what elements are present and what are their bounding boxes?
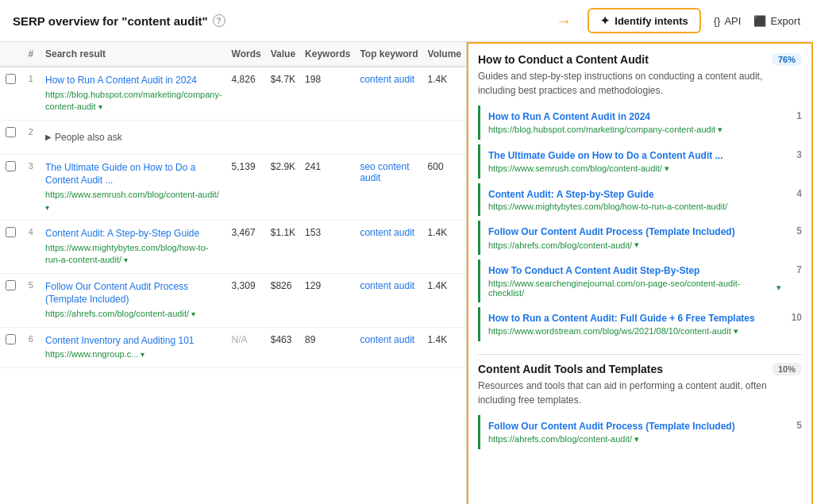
col-volume: Volume xyxy=(423,42,466,67)
col-num: # xyxy=(21,42,40,67)
dropdown-icon[interactable]: ▾ xyxy=(634,240,639,250)
api-btn-label: API xyxy=(724,15,741,27)
expand-arrow[interactable]: ▶ xyxy=(45,133,52,141)
result-num: 5 xyxy=(788,420,802,431)
row-keywords: 153 xyxy=(300,220,355,273)
dropdown-icon[interactable]: ▾ xyxy=(191,310,195,318)
result-url: https://www.semrush.com/blog/content-aud… xyxy=(45,189,222,214)
result-num: 1 xyxy=(788,110,802,121)
row-value: $826 xyxy=(266,273,300,327)
intent-group-2: Content Audit Tools and Templates 10% Re… xyxy=(478,363,802,449)
identify-intents-button[interactable]: ✦ Identify intents xyxy=(588,8,700,33)
row-checkbox[interactable] xyxy=(6,161,16,171)
identify-btn-label: Identify intents xyxy=(615,15,688,27)
result-title-link[interactable]: Follow Our Content Audit Process (Templa… xyxy=(45,280,222,307)
intent-group-1: How to Conduct a Content Audit 76% Guide… xyxy=(478,53,802,341)
dropdown-icon[interactable]: ▾ xyxy=(718,125,722,135)
result-link[interactable]: How To Conduct A Content Audit Step-By-S… xyxy=(488,264,781,278)
row-checkbox[interactable] xyxy=(6,227,16,237)
list-item: Follow Our Content Audit Process (Templa… xyxy=(478,221,802,255)
export-button[interactable]: ⬛ Export xyxy=(753,15,800,27)
intent-badge-2: 10% xyxy=(772,363,802,375)
intent-title-2: Content Audit Tools and Templates xyxy=(478,363,663,375)
intent-badge-1: 76% xyxy=(772,53,802,66)
dropdown-icon[interactable]: ▾ xyxy=(98,102,102,111)
table-section: # Search result Words Value Keywords Top… xyxy=(0,42,467,504)
row-keywords: 241 xyxy=(300,154,355,220)
table-row: 1 How to Run A Content Audit in 2024 htt… xyxy=(0,67,466,120)
row-num: 4 xyxy=(21,220,40,273)
list-item: The Ultimate Guide on How to Do a Conten… xyxy=(478,144,802,179)
keyword-link[interactable]: seo content audit xyxy=(360,161,409,183)
result-url: https://www.mightybytes.com/blog/how-to-… xyxy=(45,242,222,267)
dropdown-icon[interactable]: ▾ xyxy=(45,203,49,212)
result-url: https://ahrefs.com/blog/content-audit/ ▾ xyxy=(488,434,781,444)
row-checkbox[interactable] xyxy=(6,74,16,84)
row-keywords: 129 xyxy=(300,273,355,327)
help-icon[interactable]: ? xyxy=(213,14,225,27)
result-content: Follow Our Content Audit Process (Templa… xyxy=(488,225,781,250)
page-title: SERP overview for "content audit" ? xyxy=(13,14,225,28)
result-num: 3 xyxy=(788,149,802,160)
row-volume: 1.4K xyxy=(423,273,466,327)
row-checkbox[interactable] xyxy=(6,334,16,344)
row-result: Follow Our Content Audit Process (Templa… xyxy=(40,273,227,327)
intent-desc-2: Resources and tools that can aid in perf… xyxy=(478,379,802,407)
keyword-link[interactable]: content audit xyxy=(360,74,414,85)
row-num: 2 xyxy=(21,120,40,154)
export-icon: ⬛ xyxy=(753,15,766,27)
header: SERP overview for "content audit" ? → ✦ … xyxy=(0,0,813,42)
intent-header-1: How to Conduct a Content Audit 76% xyxy=(478,53,802,66)
row-checkbox[interactable] xyxy=(6,127,16,137)
result-url: https://www.nngroup.c... ▾ xyxy=(45,348,222,360)
result-title-link[interactable]: Content Audit: A Step-by-Step Guide xyxy=(45,227,222,240)
row-words: 5,139 xyxy=(227,154,266,220)
result-url: https://www.semrush.com/blog/content-aud… xyxy=(488,164,781,174)
table-row: 3 The Ultimate Guide on How to Do a Cont… xyxy=(0,154,466,220)
result-url: https://www.searchenginejournal.com/on-p… xyxy=(488,279,781,298)
keyword-link[interactable]: content audit xyxy=(360,227,414,238)
col-words: Words xyxy=(227,42,266,67)
row-words: 3,467 xyxy=(227,220,266,273)
result-title-link[interactable]: How to Run A Content Audit in 2024 xyxy=(45,74,222,87)
row-checkbox[interactable] xyxy=(6,280,16,290)
result-link[interactable]: Follow Our Content Audit Process (Templa… xyxy=(488,225,781,239)
arrow-indicator: → xyxy=(556,12,572,30)
row-value: $2.9K xyxy=(266,154,300,220)
result-content: How to Run A Content Audit in 2024 https… xyxy=(488,110,781,135)
result-link[interactable]: How to Run A Content Audit in 2024 xyxy=(488,110,781,124)
row-num: 3 xyxy=(21,154,40,220)
dropdown-icon[interactable]: ▾ xyxy=(665,164,669,174)
result-url: https://ahrefs.com/blog/content-audit/ ▾ xyxy=(45,308,222,320)
result-link[interactable]: Content Audit: A Step-by-Step Guide xyxy=(488,188,781,202)
col-top-keyword: Top keyword xyxy=(355,42,422,67)
result-title-link[interactable]: Content Inventory and Auditing 101 xyxy=(45,334,222,348)
dropdown-icon[interactable]: ▾ xyxy=(634,434,639,444)
row-volume: 1.4K xyxy=(423,67,466,120)
col-value: Value xyxy=(266,42,300,67)
result-content: How to Run a Content Audit: Full Guide +… xyxy=(488,312,781,337)
table-row-paa: 2 ▶ People also ask xyxy=(0,120,466,154)
row-num: 1 xyxy=(21,67,40,120)
intent-title-1: How to Conduct a Content Audit xyxy=(478,53,649,66)
export-btn-label: Export xyxy=(770,15,800,27)
row-num: 6 xyxy=(21,327,40,367)
keyword-link[interactable]: content audit xyxy=(360,280,414,291)
row-top-keyword: content audit xyxy=(355,327,422,367)
list-item: How to Run A Content Audit in 2024 https… xyxy=(478,106,802,140)
result-title-link[interactable]: The Ultimate Guide on How to Do a Conten… xyxy=(45,161,222,188)
dropdown-icon[interactable]: ▾ xyxy=(141,350,144,359)
dropdown-icon[interactable]: ▾ xyxy=(776,283,781,293)
list-item: How to Run a Content Audit: Full Guide +… xyxy=(478,307,802,341)
table-row: 6 Content Inventory and Auditing 101 htt… xyxy=(0,327,466,367)
keyword-link[interactable]: content audit xyxy=(360,334,414,345)
right-panel: How to Conduct a Content Audit 76% Guide… xyxy=(467,42,813,504)
row-volume: 1.4K xyxy=(423,220,466,273)
dropdown-icon[interactable]: ▾ xyxy=(734,326,738,337)
row-words: 4,826 xyxy=(227,67,266,120)
dropdown-icon[interactable]: ▾ xyxy=(124,256,128,264)
result-link[interactable]: The Ultimate Guide on How to Do a Conten… xyxy=(488,149,781,163)
result-link[interactable]: How to Run a Content Audit: Full Guide +… xyxy=(488,312,781,325)
api-button[interactable]: {} API xyxy=(714,15,742,27)
result-link[interactable]: Follow Our Content Audit Process (Templa… xyxy=(488,420,781,433)
